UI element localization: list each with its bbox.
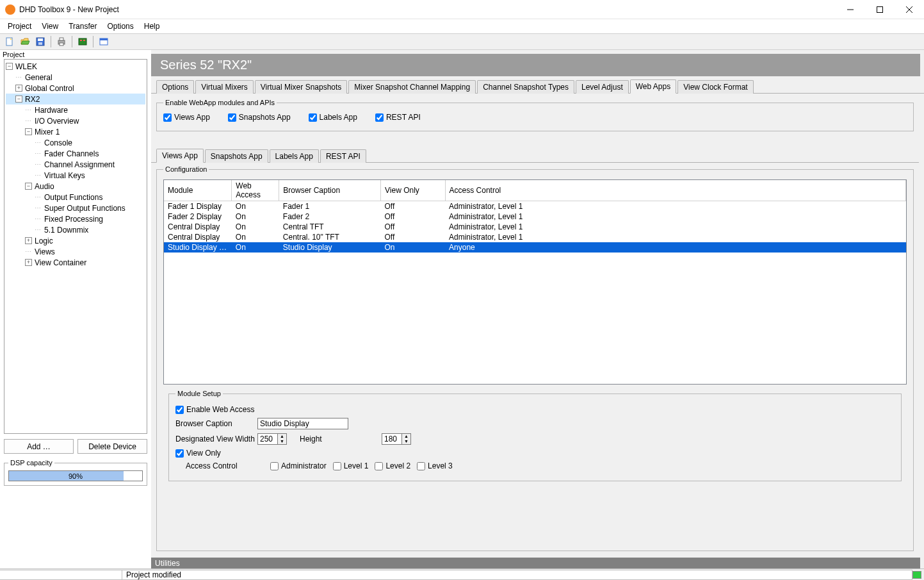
access-administrator[interactable]: Administrator — [270, 461, 327, 470]
save-icon[interactable] — [33, 35, 47, 49]
view-only-checkbox[interactable]: View Only — [175, 449, 221, 458]
tree-toggle-icon[interactable]: − — [15, 95, 22, 103]
tree-item[interactable]: ⋯Console — [6, 137, 145, 148]
subtab-rest-api[interactable]: REST API — [320, 149, 366, 163]
tree-toggle-icon[interactable]: + — [25, 259, 32, 266]
check-snapshots-app[interactable]: Snapshots App — [228, 113, 291, 122]
tree-item[interactable]: ⋯Fader Channels — [6, 148, 145, 159]
table-row[interactable]: Central DisplayOnCentral TFTOffAdministr… — [164, 222, 906, 232]
menu-transfer[interactable]: Transfer — [63, 21, 102, 32]
check-rest-api[interactable]: REST API — [375, 113, 421, 122]
close-button[interactable] — [895, 0, 924, 19]
menu-options[interactable]: Options — [102, 21, 138, 32]
tab-options[interactable]: Options — [156, 80, 194, 94]
sidebar-buttons: Add … Delete Device — [4, 439, 147, 454]
table-row[interactable]: Fader 1 DisplayOnFader 1OffAdministrator… — [164, 201, 906, 212]
tab-view-clock-format[interactable]: View Clock Format — [677, 80, 753, 94]
tab-virtual-mixers[interactable]: Virtual Mixers — [195, 80, 253, 94]
add-button[interactable]: Add … — [4, 439, 74, 454]
top-tabstrip: OptionsVirtual MixersVirtual Mixer Snaps… — [151, 76, 924, 94]
utilities-bar[interactable]: Utilities — [151, 558, 920, 568]
tree-item[interactable]: ⋯Output Functions — [6, 192, 145, 203]
enable-web-access-checkbox[interactable]: Enable Web Access — [175, 405, 255, 414]
column-header[interactable]: Access Control — [445, 180, 905, 201]
subtab-views-app[interactable]: Views App — [156, 149, 204, 163]
tree-item[interactable]: ⋯I/O Overview — [6, 115, 145, 126]
status-cell-empty — [0, 570, 122, 580]
app-icon — [5, 4, 15, 15]
menu-project[interactable]: Project — [3, 21, 36, 32]
project-panel-label: Project — [0, 50, 151, 59]
spin-down-icon[interactable]: ▼ — [402, 439, 410, 444]
minimize-button[interactable] — [836, 0, 865, 19]
tree-item-label: Console — [44, 138, 72, 147]
tree-item[interactable]: ⋯5.1 Downmix — [6, 224, 145, 235]
tree-toggle-icon[interactable]: − — [25, 183, 32, 190]
column-header[interactable]: View Only — [381, 180, 446, 201]
access-level-1[interactable]: Level 1 — [333, 461, 369, 470]
height-stepper[interactable]: ▲▼ — [382, 433, 411, 445]
spin-down-icon[interactable]: ▼ — [278, 439, 286, 444]
table-row[interactable]: Central DisplayOnCentral. 10" TFTOffAdmi… — [164, 232, 906, 242]
menubar: Project View Transfer Options Help — [0, 19, 924, 33]
toolbar-separator — [93, 36, 93, 47]
tree-item[interactable]: ⋯Super Output Functions — [6, 203, 145, 213]
svg-rect-7 — [38, 38, 43, 41]
titlebar: DHD Toolbox 9 - New Project — [0, 0, 924, 19]
check-labels-app[interactable]: Labels App — [309, 113, 357, 122]
column-header[interactable]: Web Access — [232, 180, 279, 201]
tree-item[interactable]: −Mixer 1 — [6, 126, 145, 137]
tree-toggle-icon[interactable]: − — [6, 63, 13, 70]
print-icon[interactable] — [54, 35, 69, 49]
menu-help[interactable]: Help — [139, 21, 165, 32]
spin-up-icon[interactable]: ▲ — [402, 434, 410, 439]
tree-item[interactable]: +View Container — [6, 257, 145, 268]
project-tree[interactable]: −WLEK⋯General+Global Control−RX2⋯Hardwar… — [4, 59, 147, 434]
access-level-2[interactable]: Level 2 — [375, 461, 410, 470]
tree-item[interactable]: −RX2 — [6, 94, 145, 104]
open-icon[interactable] — [18, 35, 32, 49]
tab-channel-snapshot-types[interactable]: Channel Snapshot Types — [477, 80, 574, 94]
height-input[interactable] — [382, 433, 402, 445]
tree-toggle-icon[interactable]: + — [25, 237, 32, 244]
width-input[interactable] — [257, 433, 278, 445]
tree-item[interactable]: ⋯Fixed Processing — [6, 213, 145, 224]
tree-toggle-icon[interactable]: + — [15, 85, 22, 92]
module-table[interactable]: ModuleWeb AccessBrowser CaptionView Only… — [163, 179, 907, 385]
tree-item[interactable]: −WLEK — [6, 61, 145, 72]
new-icon[interactable] — [3, 35, 17, 49]
tree-item[interactable]: ⋯Views — [6, 246, 145, 257]
column-header[interactable]: Browser Caption — [279, 180, 381, 201]
tree-item[interactable]: ⋯Hardware — [6, 104, 145, 115]
table-row[interactable]: Studio Display …OnStudio DisplayOnAnyone — [164, 242, 906, 253]
tab-level-adjust[interactable]: Level Adjust — [576, 80, 629, 94]
width-stepper[interactable]: ▲▼ — [257, 433, 287, 445]
tree-item[interactable]: −Audio — [6, 181, 145, 192]
tree-item[interactable]: +Logic — [6, 235, 145, 246]
tree-item-label: General — [25, 73, 53, 82]
subtab-snapshots-app[interactable]: Snapshots App — [205, 149, 268, 163]
check-views-app[interactable]: Views App — [163, 113, 210, 122]
tree-item-label: Output Functions — [44, 193, 102, 202]
window-icon[interactable] — [97, 35, 111, 49]
tree-item[interactable]: +Global Control — [6, 83, 145, 94]
tab-virtual-mixer-snapshots[interactable]: Virtual Mixer Snapshots — [255, 80, 348, 94]
subtab-labels-app[interactable]: Labels App — [270, 149, 319, 163]
menu-view[interactable]: View — [36, 21, 63, 32]
tab-mixer-snapshot-channel-mapping[interactable]: Mixer Snapshot Channel Mapping — [348, 80, 476, 94]
device-icon[interactable] — [76, 35, 90, 49]
tree-item[interactable]: ⋯General — [6, 72, 145, 83]
tree-item[interactable]: ⋯Virtual Keys — [6, 170, 145, 181]
column-header[interactable]: Module — [164, 180, 232, 201]
browser-caption-input[interactable] — [257, 418, 348, 429]
tab-web-apps[interactable]: Web Apps — [630, 79, 676, 94]
dsp-percent: 90% — [9, 471, 142, 481]
tree-item[interactable]: ⋯Channel Assignment — [6, 159, 145, 170]
tree-toggle-icon[interactable]: − — [25, 128, 32, 135]
table-row[interactable]: Fader 2 DisplayOnFader 2OffAdministrator… — [164, 211, 906, 222]
access-level-3[interactable]: Level 3 — [417, 461, 453, 470]
spin-up-icon[interactable]: ▲ — [278, 434, 286, 439]
delete-device-button[interactable]: Delete Device — [77, 439, 147, 454]
window-controls — [836, 0, 924, 19]
maximize-button[interactable] — [865, 0, 895, 19]
